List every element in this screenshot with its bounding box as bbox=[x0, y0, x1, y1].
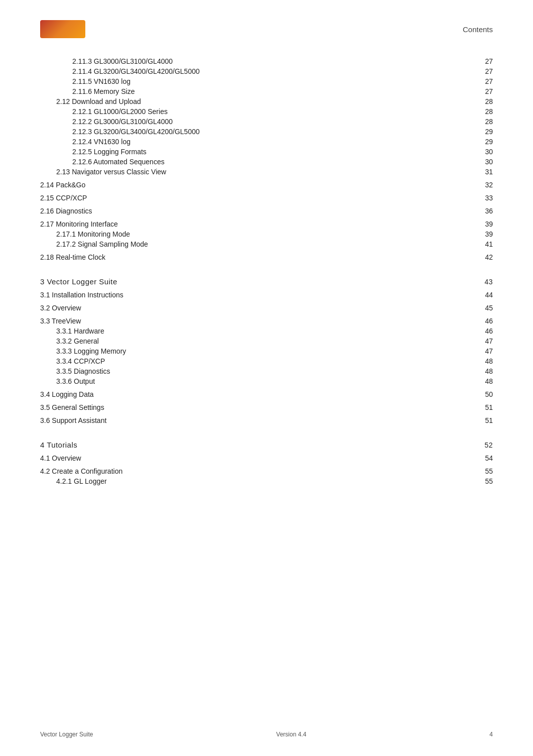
toc-entry-label: 2.15 CCP/XCP bbox=[40, 194, 478, 202]
toc-entry: 2.11.5 VN1630 log27 bbox=[40, 76, 493, 86]
toc-entry-page: 45 bbox=[478, 304, 493, 312]
logo bbox=[40, 20, 85, 38]
toc-entry: 3.3.5 Diagnostics48 bbox=[40, 366, 493, 376]
toc-entry: 3.2 Overview45 bbox=[40, 303, 493, 313]
toc-entry-label: 2.17 Monitoring Interface bbox=[40, 220, 478, 228]
toc-entry-label: 3.3.6 Output bbox=[56, 377, 478, 385]
toc-entry: 2.12.4 VN1630 log29 bbox=[40, 137, 493, 147]
toc-entry-label: 3.1 Installation Instructions bbox=[40, 291, 478, 299]
toc-entry: 3.3.1 Hardware46 bbox=[40, 326, 493, 336]
toc-entry-page: 51 bbox=[478, 403, 493, 411]
toc-entry: 2.17 Monitoring Interface39 bbox=[40, 219, 493, 229]
toc-entry-label: 4.2.1 GL Logger bbox=[56, 477, 478, 485]
toc-entry-page: 31 bbox=[478, 168, 493, 176]
toc-entry: 2.12.5 Logging Formats30 bbox=[40, 147, 493, 157]
toc-entry-page: 41 bbox=[478, 240, 493, 248]
page: Contents 2.11.3 GL3000/GL3100/GL4000272.… bbox=[0, 0, 533, 756]
toc-entry-page: 54 bbox=[478, 454, 493, 462]
toc-entry: 3.5 General Settings51 bbox=[40, 402, 493, 412]
toc-entry-page: 29 bbox=[478, 128, 493, 136]
toc-entry-page: 28 bbox=[478, 107, 493, 116]
toc-entry-label: 3.3.1 Hardware bbox=[56, 327, 478, 335]
toc-entry-page: 47 bbox=[478, 347, 493, 355]
toc-entry: 3.3.2 General47 bbox=[40, 336, 493, 346]
page-footer: Vector Logger Suite Version 4.4 4 bbox=[40, 731, 493, 738]
toc-entry-label: 2.12.1 GL1000/GL2000 Series bbox=[72, 107, 478, 116]
toc-entry: 2.18 Real-time Clock42 bbox=[40, 252, 493, 262]
toc-entry-page: 28 bbox=[478, 97, 493, 105]
toc-entry-label: 2.11.5 VN1630 log bbox=[72, 77, 478, 85]
toc-entry: 3.3 TreeView46 bbox=[40, 316, 493, 326]
toc-chapter-page: 52 bbox=[478, 441, 493, 449]
toc-entry-page: 27 bbox=[478, 67, 493, 75]
toc-chapter-label: 4 Tutorials bbox=[40, 441, 478, 449]
header-title: Contents bbox=[463, 25, 493, 34]
toc-entry: 2.11.3 GL3000/GL3100/GL400027 bbox=[40, 56, 493, 66]
toc-entry-page: 27 bbox=[478, 77, 493, 85]
toc-entry-label: 3.3.5 Diagnostics bbox=[56, 367, 478, 375]
toc-entry-page: 39 bbox=[478, 230, 493, 238]
toc-entry-label: 2.12.5 Logging Formats bbox=[72, 148, 478, 156]
toc-entry-page: 30 bbox=[478, 148, 493, 156]
toc-entry-label: 4.2 Create a Configuration bbox=[40, 467, 478, 475]
toc-entry-label: 2.12 Download and Upload bbox=[56, 97, 478, 105]
toc-entry-label: 3.2 Overview bbox=[40, 304, 478, 312]
page-header: Contents bbox=[40, 20, 493, 38]
toc-chapter-label: 3 Vector Logger Suite bbox=[40, 277, 478, 286]
toc-entry-label: 2.11.3 GL3000/GL3100/GL4000 bbox=[72, 57, 478, 65]
toc-chapter-entry: 4 Tutorials52 bbox=[40, 440, 493, 450]
toc-entry-page: 28 bbox=[478, 118, 493, 126]
toc-entry-label: 2.16 Diagnostics bbox=[40, 207, 478, 215]
toc-entry: 2.14 Pack&Go32 bbox=[40, 180, 493, 190]
toc-chapter4: 4 Tutorials524.1 Overview544.2 Create a … bbox=[40, 440, 493, 486]
toc-entry-label: 2.14 Pack&Go bbox=[40, 181, 478, 189]
toc-entry: 3.4 Logging Data50 bbox=[40, 389, 493, 399]
toc-chapter-entry: 3 Vector Logger Suite43 bbox=[40, 276, 493, 287]
toc-continuation: 2.11.3 GL3000/GL3100/GL4000272.11.4 GL32… bbox=[40, 56, 493, 262]
toc-entry: 3.3.6 Output48 bbox=[40, 376, 493, 386]
toc-entry: 3.3.4 CCP/XCP48 bbox=[40, 356, 493, 366]
toc-entry-label: 2.17.1 Monitoring Mode bbox=[56, 230, 478, 238]
toc-entry-page: 29 bbox=[478, 138, 493, 146]
toc-entry-page: 48 bbox=[478, 367, 493, 375]
toc-entry-page: 39 bbox=[478, 220, 493, 228]
toc-entry: 2.17.1 Monitoring Mode39 bbox=[40, 229, 493, 239]
toc-entry-page: 36 bbox=[478, 207, 493, 215]
toc-entry-label: 3.4 Logging Data bbox=[40, 390, 478, 398]
toc-entry: 3.3.3 Logging Memory47 bbox=[40, 346, 493, 356]
toc-entry-page: 55 bbox=[478, 467, 493, 475]
toc-entry-page: 27 bbox=[478, 87, 493, 95]
toc-entry: 3.1 Installation Instructions44 bbox=[40, 290, 493, 300]
toc-entry-label: 2.11.4 GL3200/GL3400/GL4200/GL5000 bbox=[72, 67, 478, 75]
toc-entry-page: 47 bbox=[478, 337, 493, 345]
toc-entry-label: 2.17.2 Signal Sampling Mode bbox=[56, 240, 478, 248]
toc-entry: 2.17.2 Signal Sampling Mode41 bbox=[40, 239, 493, 249]
toc-entry-label: 3.3.2 General bbox=[56, 337, 478, 345]
toc-entry-label: 3.3.3 Logging Memory bbox=[56, 347, 478, 355]
toc-entry-page: 33 bbox=[478, 194, 493, 202]
toc-entry-page: 48 bbox=[478, 357, 493, 365]
toc-entry: 3.6 Support Assistant51 bbox=[40, 415, 493, 425]
toc-entry-label: 4.1 Overview bbox=[40, 454, 478, 462]
toc-entry-page: 50 bbox=[478, 390, 493, 398]
toc-entry-page: 46 bbox=[478, 327, 493, 335]
toc-chapter3: 3 Vector Logger Suite433.1 Installation … bbox=[40, 276, 493, 425]
toc-entry-label: 2.12.4 VN1630 log bbox=[72, 138, 478, 146]
toc-entry-page: 27 bbox=[478, 57, 493, 65]
toc-entry-page: 55 bbox=[478, 477, 493, 485]
footer-left: Vector Logger Suite bbox=[40, 731, 93, 738]
toc-entry-label: 3.3.4 CCP/XCP bbox=[56, 357, 478, 365]
toc-entry-label: 2.12.6 Automated Sequences bbox=[72, 158, 478, 166]
toc-entry: 2.11.6 Memory Size27 bbox=[40, 86, 493, 96]
toc-entry: 2.12.6 Automated Sequences30 bbox=[40, 157, 493, 167]
toc-entry-label: 2.12.2 GL3000/GL3100/GL4000 bbox=[72, 118, 478, 126]
toc-entry-page: 51 bbox=[478, 416, 493, 424]
toc-entry: 2.15 CCP/XCP33 bbox=[40, 193, 493, 203]
footer-right: 4 bbox=[489, 731, 493, 738]
toc-entry-page: 42 bbox=[478, 253, 493, 261]
toc-entry-label: 2.11.6 Memory Size bbox=[72, 87, 478, 95]
toc-entry: 2.11.4 GL3200/GL3400/GL4200/GL500027 bbox=[40, 66, 493, 76]
toc-entry: 2.13 Navigator versus Classic View31 bbox=[40, 167, 493, 177]
toc-entry-page: 46 bbox=[478, 317, 493, 325]
toc-entry-label: 2.18 Real-time Clock bbox=[40, 253, 478, 261]
